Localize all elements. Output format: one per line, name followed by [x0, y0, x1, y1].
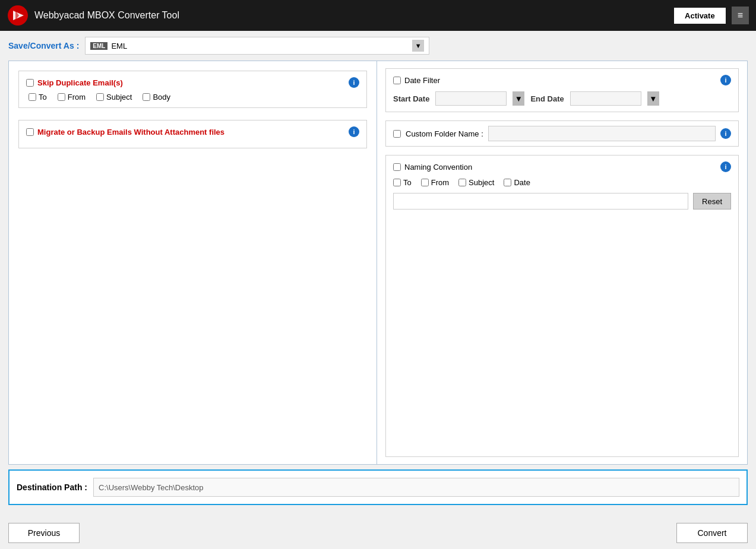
skip-duplicate-sub-checkboxes: To From Subject Body [26, 93, 359, 101]
custom-folder-section: Custom Folder Name : i [385, 120, 739, 147]
date-filter-info-icon[interactable]: i [720, 75, 731, 85]
naming-subject-checkbox[interactable] [458, 179, 466, 186]
skip-duplicate-checkbox[interactable] [26, 79, 34, 87]
destination-path-input[interactable] [93, 478, 739, 497]
migrate-backup-header: Migrate or Backup Emails Without Attachm… [26, 126, 359, 137]
naming-convention-label: Naming Convention [404, 163, 472, 172]
format-dropdown[interactable]: EML EML ▼ [85, 37, 429, 55]
naming-date-checkbox[interactable] [504, 179, 511, 186]
bottom-bar: Previous Convert [0, 517, 756, 549]
skip-to-item[interactable]: To [29, 93, 47, 101]
custom-folder-checkbox[interactable] [393, 130, 401, 138]
skip-duplicate-label: Skip Duplicate Email(s) [37, 78, 123, 87]
start-date-picker-button[interactable]: ▼ [513, 91, 524, 106]
naming-convention-header: Naming Convention i [393, 161, 731, 172]
convert-button[interactable]: Convert [676, 523, 748, 543]
end-date-input[interactable] [570, 91, 641, 106]
menu-button[interactable]: ≡ [732, 7, 749, 24]
app-title: Webbyacad MBOX Converter Tool [34, 10, 668, 21]
custom-folder-info-icon[interactable]: i [720, 128, 731, 139]
migrate-backup-label: Migrate or Backup Emails Without Attachm… [37, 128, 224, 137]
naming-date-item[interactable]: Date [504, 178, 530, 187]
naming-to-checkbox[interactable] [393, 179, 401, 186]
date-range-row: Start Date ▼ End Date ▼ [393, 91, 731, 106]
skip-duplicate-header: Skip Duplicate Email(s) i [26, 77, 359, 88]
destination-path-row: Destination Path : [8, 469, 748, 505]
save-convert-row: Save/Convert As : EML EML ▼ [8, 37, 748, 55]
previous-button[interactable]: Previous [8, 523, 80, 543]
custom-folder-input[interactable] [488, 126, 716, 141]
save-convert-label: Save/Convert As : [8, 41, 79, 50]
naming-from-checkbox[interactable] [421, 179, 429, 186]
skip-to-checkbox[interactable] [29, 93, 36, 101]
format-text: EML [111, 42, 409, 50]
end-date-label: End Date [530, 94, 564, 103]
naming-checkboxes-row: To From Subject Date [393, 178, 731, 187]
naming-from-item[interactable]: From [421, 178, 449, 187]
start-date-input[interactable] [435, 91, 507, 106]
end-date-picker-button[interactable]: ▼ [647, 91, 659, 106]
skip-duplicate-section: Skip Duplicate Email(s) i To From Subjec… [18, 71, 367, 108]
activate-button[interactable]: Activate [674, 8, 726, 24]
app-logo [7, 5, 29, 26]
skip-body-checkbox[interactable] [143, 93, 150, 101]
naming-convention-section: Naming Convention i To From Subject [385, 155, 739, 457]
date-filter-checkbox[interactable] [393, 77, 401, 84]
right-panel: Date Filter i Start Date ▼ End Date ▼ Cu… [377, 61, 747, 464]
date-filter-label: Date Filter [404, 76, 440, 85]
panels-container: Skip Duplicate Email(s) i To From Subjec… [8, 61, 748, 465]
naming-input-row: Reset [393, 193, 731, 210]
skip-from-checkbox[interactable] [58, 93, 65, 101]
skip-subject-item[interactable]: Subject [96, 93, 132, 101]
naming-convention-info-icon[interactable]: i [720, 161, 731, 172]
date-filter-header: Date Filter i [393, 75, 731, 85]
migrate-backup-info-icon[interactable]: i [349, 126, 359, 137]
migrate-backup-checkbox[interactable] [26, 128, 34, 136]
destination-label: Destination Path : [17, 483, 87, 492]
custom-folder-label: Custom Folder Name : [406, 129, 483, 138]
naming-convention-input[interactable] [393, 193, 688, 210]
dropdown-arrow-button[interactable]: ▼ [412, 40, 424, 52]
left-panel: Skip Duplicate Email(s) i To From Subjec… [9, 61, 377, 464]
skip-from-item[interactable]: From [58, 93, 86, 101]
date-filter-section: Date Filter i Start Date ▼ End Date ▼ [385, 68, 739, 112]
eml-badge: EML [90, 42, 107, 50]
main-content: Save/Convert As : EML EML ▼ Skip Duplica… [0, 31, 756, 517]
title-bar: Webbyacad MBOX Converter Tool Activate ≡ [0, 0, 756, 31]
skip-body-item[interactable]: Body [143, 93, 170, 101]
skip-duplicate-info-icon[interactable]: i [349, 77, 359, 88]
reset-button[interactable]: Reset [693, 193, 731, 210]
naming-subject-item[interactable]: Subject [458, 178, 494, 187]
migrate-backup-section: Migrate or Backup Emails Without Attachm… [18, 120, 367, 148]
naming-convention-checkbox[interactable] [393, 163, 401, 171]
start-date-label: Start Date [393, 94, 429, 103]
naming-to-item[interactable]: To [393, 178, 412, 187]
skip-subject-checkbox[interactable] [96, 93, 104, 101]
